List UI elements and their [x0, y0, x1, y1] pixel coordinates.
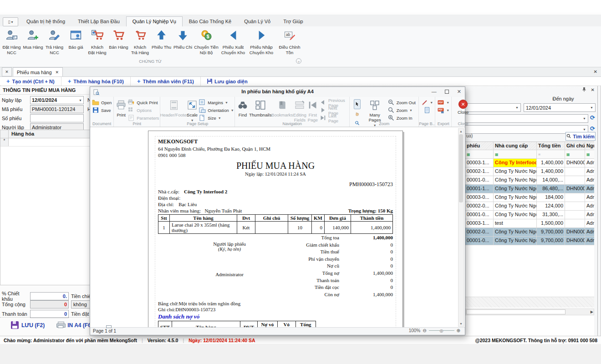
dialog-maximize-icon[interactable]	[445, 90, 449, 94]
tab-close-icon[interactable]: ✕	[55, 70, 59, 75]
ribbon-phieu-nhap-chuyen-kho[interactable]: Phiếu Nhập Chuyển Kho	[247, 27, 275, 60]
filter-icon[interactable]: ▦	[586, 152, 590, 157]
chevron-down-icon[interactable]: ▼	[583, 117, 586, 120]
ribbon-dieu-chinh-ton[interactable]: ab Điều Chỉnh Tồn	[275, 27, 304, 60]
print-a4-button[interactable]: IN A4 (F6)	[56, 322, 93, 329]
new-button[interactable]: +Tạo mới (Ctrl + N)	[0, 77, 61, 86]
ribbon-phieu-xuat-chuyen-kho[interactable]: Phiếu Xuất Chuyển Kho	[219, 27, 247, 60]
ribbon-tra-hang-ncc[interactable]: Trả Hàng NCC	[44, 27, 65, 60]
filter-icon[interactable]: ▦	[495, 152, 499, 157]
page-color-button[interactable]	[423, 107, 431, 114]
save-button[interactable]: Save	[92, 107, 112, 114]
chevron-down-icon[interactable]: ▼	[515, 106, 519, 109]
ribbon-phieu-chi[interactable]: Phiếu Chi	[172, 27, 194, 60]
zoom-in-button[interactable]: Zoom In	[387, 115, 417, 121]
ribbon-chuyen-tien-noi-bo[interactable]: €$ Chuyển Tiền Nội Bộ	[194, 27, 219, 60]
tab-bao-cao-thong-ke[interactable]: Báo Cáo Thống Kê	[183, 16, 238, 26]
filter-row[interactable]: ▦ ▦ = ▦ ▦	[465, 150, 594, 159]
table-row-selected[interactable]: 00001-0... Công Ty Nước Ngọt ... 9,700,0…	[465, 237, 594, 245]
table-row[interactable]: 00001-0... Công Ty Nước Ngọt ... 31,300,…	[465, 211, 594, 219]
ribbon-mua-hang[interactable]: Mua Hàng	[22, 27, 44, 60]
ribbon-khach-dat-hang[interactable]: Khách Đặt Hàng	[87, 27, 108, 60]
zoom-plus-icon[interactable]: ⊕	[457, 328, 460, 333]
date-field[interactable]: 12/01/2024▼	[30, 96, 84, 104]
tabstrip-close-right-icon[interactable]: ✕	[594, 69, 597, 74]
chevron-down-icon[interactable]: ▼	[79, 99, 82, 102]
save-button[interactable]: LƯU (F2)	[11, 321, 45, 329]
filter-icon[interactable]: ▦	[467, 152, 470, 157]
results-header-row[interactable]: phiếu Nhà cung cấp Tổng tiền Ghi chú Ngư…	[465, 142, 594, 150]
open-button[interactable]: Open	[92, 99, 112, 106]
tab-quan-ly-vo[interactable]: Quản Lý Vỏ	[238, 16, 277, 26]
table-row[interactable]: 00001-0... Công Ty Nước Ngọt ... 14,000,…	[465, 176, 594, 185]
table-row[interactable]: 00002-1... Công Ty Nước Ngọt ... 1,400,0…	[465, 167, 594, 176]
refresh-icon[interactable]: ⟳	[590, 114, 595, 121]
table-row[interactable]: 00003-0... Công Ty Nước Ngọt ... 184,000…	[465, 193, 594, 202]
ribbon-group-expand-icon[interactable]: ⌄	[296, 58, 301, 64]
save-layout-button[interactable]: Lưu giao diện	[201, 77, 254, 86]
scroll-down-icon[interactable]: ▼	[458, 322, 463, 325]
zoom-button[interactable]: Zoom▼	[387, 107, 417, 114]
tab-phieu-mua-hang[interactable]: Phiếu mua hàng ✕	[13, 67, 63, 76]
hand-tool-button[interactable]	[355, 110, 360, 118]
scrollbar-thumb[interactable]	[466, 309, 565, 314]
dialog-minimize-icon[interactable]: —	[432, 89, 437, 95]
quick-print-button[interactable]: Quick Print	[127, 99, 159, 106]
watermark-button[interactable]: ▼	[421, 99, 433, 106]
discount-field[interactable]: 0.	[30, 292, 69, 300]
filter-icon[interactable]: ▦	[566, 152, 570, 157]
export-pdf-button[interactable]: PDF▼	[437, 99, 449, 106]
ribbon-ban-hang[interactable]: Bán Hàng	[108, 27, 129, 60]
dialog-close-icon[interactable]: ✕	[457, 89, 461, 95]
scale-button[interactable]: Scale▼	[187, 98, 198, 120]
thumbnails-button[interactable]: Thumbnails	[250, 98, 271, 120]
table-row[interactable]: 00003-1... Công Ty Interfood 2 1,400,000…	[465, 159, 594, 167]
equals-filter-icon[interactable]: =	[538, 152, 540, 157]
close-panel-icon[interactable]: ✕	[591, 87, 595, 92]
tab-thiet-lap-ban-dau[interactable]: Thiết Lập Ban Đầu	[71, 16, 126, 26]
chevron-down-icon[interactable]: ▼	[590, 106, 593, 109]
horizontal-scrollbar[interactable]: ▶	[465, 308, 594, 315]
print-button[interactable]: Print	[116, 98, 127, 120]
scroll-up-icon[interactable]: ▲	[458, 130, 463, 133]
add-staff-button[interactable]: +Thêm nhân viên (F11)	[131, 77, 201, 86]
pointer-tool-button[interactable]	[354, 99, 361, 109]
size-button[interactable]: Size▼	[199, 115, 234, 121]
ribbon-bao-gia[interactable]: Báo giá	[65, 27, 87, 60]
code-field[interactable]: PMH00001-120124	[30, 105, 84, 113]
preview-area[interactable]: MEKONGSOFT 64 Nguyễn Đình Chiểu, Phường …	[90, 127, 465, 327]
many-pages-button[interactable]: Many Pages▼	[363, 98, 387, 120]
tab-quan-tri-he-thong[interactable]: Quản trị hệ thống	[20, 16, 71, 26]
margins-button[interactable]: Margins▼	[199, 99, 234, 106]
scroll-right-icon[interactable]: ▶	[591, 310, 593, 314]
ribbon-dat-hang-ncc[interactable]: Đặt Hàng NCC	[1, 27, 22, 60]
zoom-slider-knob[interactable]: ◎	[440, 329, 443, 333]
zoom-minus-icon[interactable]: ⊖	[423, 328, 426, 333]
scrollbar-thumb[interactable]	[459, 134, 463, 202]
pin-icon[interactable]	[582, 87, 586, 93]
table-row-selected[interactable]: 00002-0... Công Ty Nước Ngọt ... 9,700,0…	[465, 228, 594, 237]
tab-tro-giup[interactable]: Trợ Giúp	[277, 16, 309, 26]
find-button[interactable]: Find	[237, 98, 249, 120]
to-date-field[interactable]: 12/01/2024▼	[524, 103, 596, 112]
chevron-down-icon[interactable]: ▼	[583, 128, 586, 131]
dialog-title-bar[interactable]: In phiếu bán hàng khổ giấy A4 — ✕	[90, 87, 465, 97]
zoom-control[interactable]: 100% ⊖ ◎ ⊕	[409, 328, 460, 333]
tabstrip-close-icon[interactable]: ✕	[2, 67, 12, 76]
zoom-out-button[interactable]: Zoom Out	[387, 99, 417, 106]
refresh-icon[interactable]: ⟳	[590, 125, 595, 132]
table-row[interactable]: 00003-1... test 1,500,000 Admin	[465, 219, 594, 228]
export-pdf-save-button[interactable]: PDF▼	[437, 107, 449, 114]
ribbon-khach-tra-hang[interactable]: Khách Trả Hàng	[129, 27, 151, 60]
preview-vertical-scrollbar[interactable]: ▲ ▼	[458, 128, 464, 327]
add-item-button[interactable]: +Thêm hàng hóa (F10)	[61, 77, 131, 86]
app-menu-button[interactable]: ▯▾	[3, 17, 18, 26]
table-row[interactable]: 00002-0... Công Ty Nước Ngọt ... 124,000…	[465, 202, 594, 211]
items-grid-header[interactable]: Hàng hóa	[9, 130, 37, 138]
tab-quan-ly-nghiep-vu[interactable]: Quản Lý Nghiệp Vụ	[126, 16, 183, 26]
close-preview-button[interactable]: ✕ Close	[453, 98, 473, 120]
search-button[interactable]: Tìm kiếm	[565, 132, 596, 141]
orientation-button[interactable]: Orientation▼	[199, 107, 234, 114]
number-field[interactable]	[30, 114, 84, 122]
total-field[interactable]: 0	[30, 300, 69, 308]
